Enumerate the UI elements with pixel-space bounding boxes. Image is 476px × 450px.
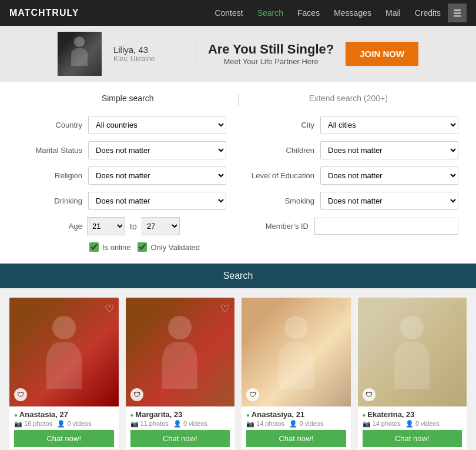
marital-select[interactable]: Does not matter <box>88 141 226 159</box>
nav-messages[interactable]: Messages <box>334 8 371 18</box>
card-chat-btn-2[interactable]: Chat now! <box>246 430 346 447</box>
card-meta-3: 📷 14 photos 👤 0 videos <box>363 420 462 428</box>
only-validated-label: Only Validated <box>150 243 200 252</box>
card-videos-0: 👤 0 videos <box>57 420 91 428</box>
card-shield-1: 🛡 <box>130 388 143 401</box>
education-label: Level of Education <box>250 171 314 180</box>
tab-extend-search[interactable]: Extend search (200+) <box>239 94 459 106</box>
card-shield-3: 🛡 <box>363 388 376 401</box>
navbar: MATCHTRULY Contest Search Faces Messages… <box>0 0 476 26</box>
is-online-group: Is online <box>89 242 130 252</box>
member-id-row: Member's ID <box>250 218 458 235</box>
card-name-1: Margarita, 23 <box>130 410 230 419</box>
city-label: City <box>250 121 314 129</box>
is-online-label: Is online <box>102 243 130 252</box>
card-meta-1: 📷 11 photos 👤 0 videos <box>130 420 230 428</box>
nav-contest[interactable]: Contest <box>214 8 243 18</box>
card-image-0 <box>9 298 119 406</box>
nav-icon-button[interactable]: ☰ <box>448 4 467 22</box>
nav-search[interactable]: Search <box>257 8 283 18</box>
age-label: Age <box>18 222 82 231</box>
banner-person-info: Liliya, 43 Kiev, Ukraine <box>113 45 184 63</box>
children-row: Children Does not matter <box>250 141 458 159</box>
card-photos-2: 📷 14 photos <box>246 420 284 428</box>
search-form: Country All countries City All cities Ma… <box>18 116 458 252</box>
age-to-label: to <box>130 222 137 231</box>
card-meta-0: 📷 16 photos 👤 0 videos <box>14 420 114 428</box>
religion-label: Religion <box>18 171 82 180</box>
card-heart-3[interactable]: ♡ <box>452 302 462 315</box>
card-chat-btn-1[interactable]: Chat now! <box>130 430 230 447</box>
card-info-1: Margarita, 23 📷 11 photos 👤 0 videos Cha… <box>126 406 235 449</box>
country-label: Country <box>18 121 82 129</box>
card-image-2 <box>242 298 351 406</box>
education-row: Level of Education Does not matter <box>250 166 458 185</box>
children-select[interactable]: Does not matter <box>320 141 458 159</box>
nav-credits[interactable]: Credits <box>415 8 441 18</box>
age-to-select[interactable]: 27 <box>142 217 180 235</box>
card-1: ♡ 🛡 Margarita, 23 📷 11 photos 👤 0 videos… <box>126 298 235 449</box>
card-shield-0: 🛡 <box>14 388 27 401</box>
card-name-3: Ekaterina, 23 <box>363 410 462 419</box>
country-select[interactable]: All countries <box>88 116 226 134</box>
search-button[interactable]: Search <box>7 271 469 281</box>
only-validated-checkbox[interactable] <box>138 242 147 252</box>
banner-image <box>58 32 102 76</box>
nav-mail[interactable]: Mail <box>386 8 401 18</box>
card-photos-0: 📷 16 photos <box>14 420 52 428</box>
logo: MATCHTRULY <box>9 8 214 18</box>
online-row: Is online Only Validated <box>18 242 226 252</box>
is-online-checkbox[interactable] <box>89 242 99 252</box>
tab-simple-search[interactable]: Simple search <box>18 94 238 106</box>
only-validated-group: Only Validated <box>138 242 200 252</box>
search-button-row[interactable]: Search <box>0 264 476 288</box>
card-chat-btn-3[interactable]: Chat now! <box>363 430 462 447</box>
search-tabs: Simple search Extend search (200+) <box>18 94 458 106</box>
city-row: City All cities <box>250 116 458 134</box>
member-id-label: Member's ID <box>250 222 309 231</box>
drinking-select[interactable]: Does not matter <box>88 192 226 210</box>
banner-headline: Are You Still Single? <box>208 42 334 57</box>
drinking-label: Drinking <box>18 196 82 205</box>
search-section: Simple search Extend search (200+) Count… <box>0 82 476 264</box>
age-row: Age 21 to 27 <box>18 217 226 235</box>
card-heart-2[interactable]: ♡ <box>337 302 346 315</box>
results-grid: ♡ 🛡 Anastasia, 27 📷 16 photos 👤 0 videos… <box>0 288 476 450</box>
card-photos-3: 📷 14 photos <box>363 420 401 428</box>
city-select[interactable]: All cities <box>320 116 458 134</box>
card-0: ♡ 🛡 Anastasia, 27 📷 16 photos 👤 0 videos… <box>9 298 119 449</box>
card-info-2: Anastasiya, 21 📷 14 photos 👤 0 videos Ch… <box>242 406 351 449</box>
banner-cta: Are You Still Single? Meet Your Life Par… <box>208 42 334 66</box>
banner-person-name: Liliya, 43 <box>113 45 184 55</box>
card-videos-2: 👤 0 videos <box>289 420 323 428</box>
card-chat-btn-0[interactable]: Chat now! <box>14 430 114 447</box>
religion-row: Religion Does not matter <box>18 166 226 185</box>
marital-label: Marital Status <box>18 146 82 155</box>
religion-select[interactable]: Does not matter <box>88 166 226 185</box>
country-row: Country All countries <box>18 116 226 134</box>
card-videos-1: 👤 0 videos <box>173 420 207 428</box>
card-2: ♡ 🛡 Anastasiya, 21 📷 14 photos 👤 0 video… <box>242 298 351 449</box>
card-name-0: Anastasia, 27 <box>14 410 114 419</box>
banner-divider <box>196 42 196 66</box>
card-info-3: Ekaterina, 23 📷 14 photos 👤 0 videos Cha… <box>358 406 467 449</box>
drinking-row: Drinking Does not matter <box>18 192 226 210</box>
card-name-2: Anastasiya, 21 <box>246 410 346 419</box>
join-now-button[interactable]: JOIN NOW <box>346 42 418 66</box>
card-heart-1[interactable]: ♡ <box>220 302 230 315</box>
marital-row: Marital Status Does not matter <box>18 141 226 159</box>
card-info-0: Anastasia, 27 📷 16 photos 👤 0 videos Cha… <box>9 406 119 449</box>
age-from-select[interactable]: 21 <box>87 217 125 235</box>
children-label: Children <box>250 146 314 155</box>
banner-person-location: Kiev, Ukraine <box>113 55 184 63</box>
smoking-label: Smoking <box>250 196 314 205</box>
education-select[interactable]: Does not matter <box>320 166 458 185</box>
card-videos-3: 👤 0 videos <box>405 420 440 428</box>
card-photos-1: 📷 11 photos <box>130 420 169 428</box>
smoking-select[interactable]: Does not matter <box>320 192 458 210</box>
banner: Liliya, 43 Kiev, Ukraine Are You Still S… <box>0 26 476 82</box>
banner-subheadline: Meet Your Life Partner Here <box>208 57 334 66</box>
member-id-input[interactable] <box>314 218 458 235</box>
nav-faces[interactable]: Faces <box>297 8 320 18</box>
card-heart-0[interactable]: ♡ <box>105 302 114 315</box>
